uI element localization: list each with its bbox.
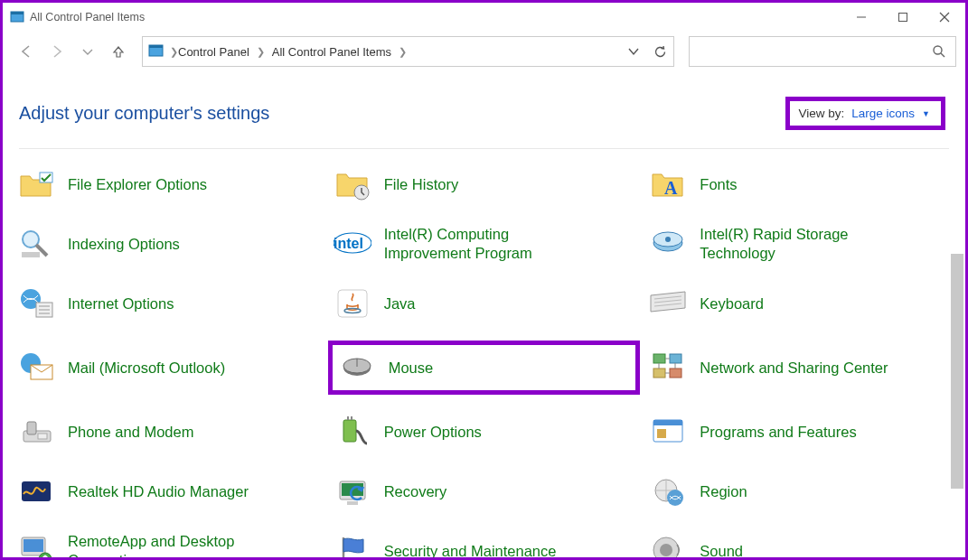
view-by-label: View by: [799, 107, 845, 120]
svg-rect-10 [40, 173, 52, 182]
mail-icon [17, 349, 55, 387]
forward-button[interactable] [44, 39, 70, 64]
svg-point-8 [934, 46, 942, 54]
item-sound[interactable]: Sound [649, 532, 956, 560]
item-label: File Explorer Options [68, 175, 207, 194]
header-row: Adjust your computer's settings View by:… [3, 70, 965, 143]
item-label: Keyboard [700, 294, 764, 313]
control-panel-icon [10, 10, 24, 24]
item-indexing-options[interactable]: Indexing Options [17, 225, 324, 263]
item-programs-features[interactable]: Programs and Features [649, 413, 956, 451]
close-button[interactable] [924, 3, 965, 32]
svg-line-9 [941, 53, 945, 57]
svg-rect-36 [653, 354, 665, 363]
item-label: Security and Maintenance [384, 542, 557, 560]
item-label: Intel(R) Rapid Storage Technology [700, 225, 898, 262]
up-button[interactable] [106, 39, 131, 64]
item-java[interactable]: Java [334, 285, 641, 322]
item-keyboard[interactable]: Keyboard [649, 285, 956, 322]
view-by-selector[interactable]: View by: Large icons ▼ [785, 97, 946, 130]
item-label: Region [700, 482, 747, 501]
chevron-right-icon[interactable]: ❯ [170, 46, 178, 58]
sound-icon [649, 532, 687, 560]
address-bar[interactable]: ❯ Control Panel ❯ All Control Panel Item… [142, 36, 674, 67]
item-phone-modem[interactable]: Phone and Modem [17, 413, 324, 451]
view-by-value: Large icons [851, 107, 915, 120]
item-label: Mail (Microsoft Outlook) [68, 359, 225, 378]
svg-point-58 [667, 490, 683, 506]
breadcrumb-item[interactable]: All Control Panel Items [272, 45, 391, 59]
svg-rect-46 [38, 434, 47, 439]
item-mouse[interactable]: Mouse [328, 341, 641, 395]
fonts-icon: A [649, 165, 687, 203]
realtek-icon [17, 472, 55, 510]
svg-rect-48 [347, 416, 349, 420]
item-label: Network and Sharing Center [700, 359, 888, 378]
svg-rect-56 [347, 501, 358, 505]
region-icon [649, 472, 687, 510]
item-recovery[interactable]: Recovery [334, 472, 641, 510]
svg-rect-51 [653, 420, 682, 425]
item-network-sharing[interactable]: Network and Sharing Center [649, 344, 956, 391]
chevron-down-icon[interactable] [627, 45, 640, 58]
history-dropdown[interactable] [75, 39, 100, 64]
item-label: Fonts [700, 175, 737, 194]
item-mail[interactable]: Mail (Microsoft Outlook) [17, 344, 324, 391]
chevron-right-icon: ❯ [257, 46, 265, 58]
search-input[interactable] [689, 36, 956, 67]
indexing-icon [17, 225, 55, 263]
intel-icon: intel [334, 225, 371, 263]
item-file-explorer-options[interactable]: File Explorer Options [17, 165, 324, 203]
svg-rect-7 [149, 45, 163, 48]
item-label: File History [384, 175, 459, 194]
item-intel-rapid-storage[interactable]: Intel(R) Rapid Storage Technology [649, 225, 956, 263]
page-title: Adjust your computer's settings [19, 103, 785, 124]
item-label: Programs and Features [700, 423, 856, 442]
item-region[interactable]: Region [649, 472, 956, 510]
keyboard-icon [649, 285, 687, 322]
item-label: Power Options [384, 423, 482, 442]
item-realtek-audio[interactable]: Realtek HD Audio Manager [17, 472, 324, 510]
svg-text:A: A [664, 178, 678, 198]
svg-point-20 [665, 237, 671, 242]
breadcrumb-item[interactable]: Control Panel [178, 45, 249, 59]
caret-down-icon: ▼ [922, 109, 930, 118]
window-controls [841, 3, 965, 32]
chevron-right-icon: ❯ [399, 46, 407, 58]
svg-rect-37 [670, 354, 681, 363]
java-icon [334, 285, 371, 322]
item-power-options[interactable]: Power Options [334, 413, 641, 451]
item-internet-options[interactable]: Internet Options [17, 285, 324, 322]
programs-icon [649, 413, 687, 451]
power-icon [334, 413, 371, 451]
item-label: Java [384, 294, 416, 313]
item-file-history[interactable]: File History [334, 165, 641, 203]
scrollbar[interactable] [951, 254, 963, 489]
remoteapp-icon [17, 532, 55, 560]
back-button[interactable] [14, 39, 39, 64]
titlebar: All Control Panel Items [3, 3, 965, 32]
maximize-button[interactable] [882, 3, 924, 32]
refresh-button[interactable] [653, 44, 668, 60]
svg-rect-47 [343, 420, 356, 442]
item-fonts[interactable]: A Fonts [649, 165, 956, 203]
folder-options-icon [17, 165, 55, 203]
svg-rect-39 [670, 369, 681, 378]
minimize-button[interactable] [841, 3, 882, 32]
svg-rect-52 [657, 429, 666, 438]
item-label: Internet Options [68, 294, 174, 313]
navbar: ❯ Control Panel ❯ All Control Panel Item… [3, 32, 965, 70]
svg-rect-45 [27, 422, 36, 434]
item-remoteapp[interactable]: RemoteApp and Desktop Connections [17, 532, 324, 560]
item-label: Intel(R) Computing Improvement Program [384, 225, 583, 262]
item-label: Indexing Options [68, 235, 180, 254]
mouse-icon [338, 349, 376, 387]
item-security-maintenance[interactable]: Security and Maintenance [334, 532, 641, 560]
flag-icon [334, 532, 371, 560]
item-intel-computing[interactable]: intel Intel(R) Computing Improvement Pro… [334, 225, 641, 263]
svg-rect-60 [23, 539, 43, 552]
recovery-icon [334, 472, 371, 510]
file-history-icon [334, 165, 371, 203]
item-label: RemoteApp and Desktop Connections [68, 532, 267, 560]
breadcrumb: Control Panel ❯ All Control Panel Items … [178, 45, 627, 59]
